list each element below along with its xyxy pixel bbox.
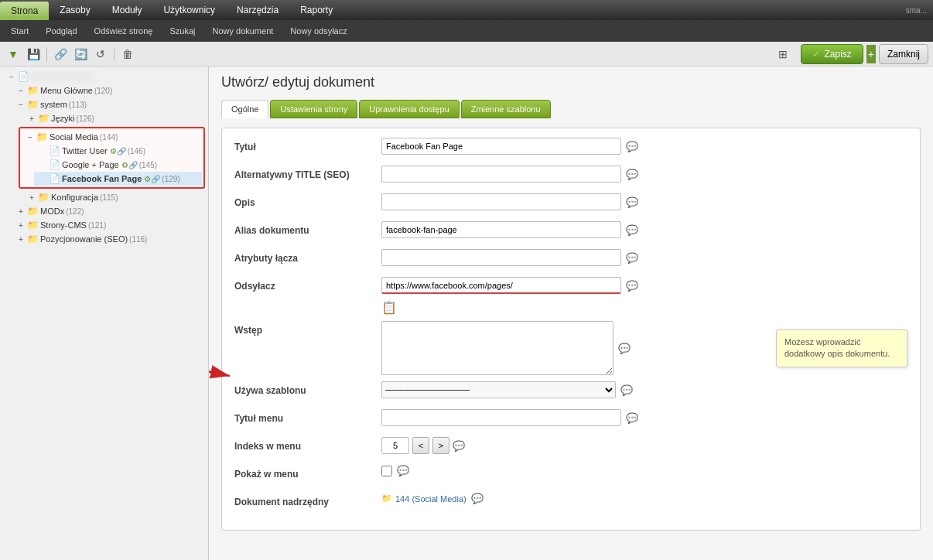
- tab-ustawienia[interactable]: Ustawienia strony: [270, 100, 357, 118]
- toolbar-icon-2[interactable]: 💾: [25, 46, 42, 63]
- control-nadrzedny: 📁 144 (Social Media) 💬: [381, 493, 907, 504]
- comment-pokaz[interactable]: 💬: [397, 465, 409, 476]
- twitter-label: Twitter User: [62, 146, 108, 155]
- close-button[interactable]: Zamknij: [879, 44, 928, 64]
- input-seo[interactable]: [381, 166, 621, 183]
- comment-indeks[interactable]: 💬: [453, 440, 465, 452]
- tree-item-facebook[interactable]: 📄 Facebook Fan Page ⚙🔗 (129): [34, 172, 202, 186]
- tree-item-pozycjonowanie[interactable]: + 📁 Pozycjonowanie (SEO) (116): [12, 232, 208, 246]
- nav-item-raporty[interactable]: Raporty: [289, 0, 343, 20]
- tab-uprawnienia[interactable]: Uprawnienia dostępu: [359, 100, 459, 118]
- indeks-down-btn[interactable]: <: [412, 437, 429, 454]
- label-odsylacz: Odsyłacz: [234, 277, 381, 292]
- comment-opis[interactable]: 💬: [626, 196, 638, 208]
- nav-szukaj[interactable]: Szukaj: [162, 25, 203, 37]
- toggle-modx[interactable]: +: [15, 206, 26, 217]
- save-label: Zapisz: [824, 49, 851, 60]
- toolbar-icon-expand[interactable]: ⊞: [774, 46, 791, 63]
- toolbar-icon-1[interactable]: ▼: [5, 46, 22, 63]
- indeks-up-btn[interactable]: >: [432, 437, 449, 454]
- toggle-menu-glowne[interactable]: −: [15, 85, 26, 96]
- tree-item-modx[interactable]: + 📁 MODx (122): [12, 204, 208, 218]
- comment-nadrzedny[interactable]: 💬: [471, 493, 484, 504]
- comment-seo[interactable]: 💬: [626, 169, 638, 180]
- nav-odswiez[interactable]: Odśwież stronę: [87, 25, 161, 37]
- toolbar-icon-3[interactable]: 🔗: [52, 46, 69, 63]
- nav-podglad[interactable]: Podgląd: [38, 25, 84, 37]
- nav-nowy-dok[interactable]: Nowy dokument: [204, 25, 281, 37]
- input-odsylacz[interactable]: [381, 277, 621, 294]
- nav-nowy-ods[interactable]: Nowy odsyłacz: [282, 25, 354, 37]
- toggle-jezyki[interactable]: +: [26, 113, 37, 124]
- save-button[interactable]: ✓ Zapisz: [801, 44, 863, 64]
- tree-item-strony-cms[interactable]: + 📁 Strony-CMS (121): [12, 218, 208, 232]
- input-tytul[interactable]: [381, 138, 621, 155]
- control-pokaz: 💬: [381, 465, 907, 476]
- form-row-nadrzedny: Dokument nadrzędny 📁 144 (Social Media) …: [234, 493, 907, 514]
- folder-icon-menu: 📁: [26, 85, 39, 96]
- nav-item-zasoby[interactable]: Zasoby: [49, 0, 101, 20]
- facebook-label: Facebook Fan Page: [62, 174, 142, 183]
- toolbar-icon-5[interactable]: ↺: [92, 46, 109, 63]
- tab-ogolne[interactable]: Ogólne: [221, 100, 268, 118]
- comment-tytul-menu[interactable]: 💬: [626, 412, 638, 424]
- label-wstep: Wstęp: [234, 321, 381, 336]
- twitter-count: (146): [128, 147, 145, 155]
- redirect-icon[interactable]: 📋: [381, 301, 397, 314]
- tree-item-konfiguracja[interactable]: + 📁 Konfiguracja (115): [23, 190, 208, 204]
- tree-item-menu-glowne[interactable]: − 📁 Menu Główne (120): [12, 84, 208, 97]
- root-label: [31, 72, 93, 81]
- folder-icon-strony: 📁: [26, 220, 39, 230]
- parent-doc-link[interactable]: 📁 144 (Social Media): [381, 493, 466, 504]
- select-szablon[interactable]: ──────────────: [381, 381, 616, 398]
- main-layout: − 📄 − 📁 Menu Główne (120) − 📁 system (11…: [0, 67, 933, 560]
- save-button-area: ✓ Zapisz + Zamknij: [801, 44, 928, 64]
- checkbox-pokaz[interactable]: [381, 466, 392, 476]
- toolbar-icon-4[interactable]: 🔄: [72, 46, 89, 63]
- comment-wstep[interactable]: 💬: [618, 343, 631, 354]
- toggle-system[interactable]: −: [15, 99, 26, 110]
- toggle-social-media[interactable]: −: [25, 131, 36, 142]
- toggle-pozycjonowanie[interactable]: +: [15, 234, 26, 244]
- input-tytul-menu[interactable]: [381, 409, 621, 426]
- comment-odsylacz[interactable]: 💬: [626, 280, 638, 292]
- input-alias[interactable]: [381, 221, 621, 238]
- toggle-konfiguracja[interactable]: +: [26, 192, 37, 203]
- nav-item-uzytkownicy[interactable]: Użytkownicy: [152, 0, 226, 20]
- toggle-root[interactable]: −: [6, 71, 17, 82]
- input-indeks[interactable]: [381, 437, 409, 454]
- tab-zmienne[interactable]: Zmienne szablonu: [461, 100, 551, 118]
- page-title: Utwórz/ edytuj dokument: [221, 74, 921, 90]
- folder-icon-social: 📁: [36, 131, 48, 142]
- input-atrybuty[interactable]: [381, 249, 621, 266]
- page-icon-google: 📄: [48, 159, 60, 170]
- tree-item-twitter[interactable]: 📄 Twitter User ⚙🔗 (146): [34, 144, 202, 158]
- input-opis[interactable]: [381, 193, 621, 210]
- control-seo: 💬: [381, 166, 907, 183]
- tree-item-system[interactable]: − 📁 system (113): [12, 97, 208, 111]
- toolbar-icon-6[interactable]: 🗑: [119, 46, 136, 63]
- comment-szablon[interactable]: 💬: [620, 384, 633, 396]
- tree-item-google[interactable]: 📄 Google + Page ⚙🔗 (145): [34, 158, 202, 172]
- jezyki-count: (126): [77, 114, 94, 123]
- comment-tytul[interactable]: 💬: [626, 141, 638, 152]
- folder-icon-pozycjonowanie: 📁: [26, 234, 39, 244]
- toggle-strony[interactable]: +: [15, 220, 26, 230]
- menu-glowne-count: (120): [94, 87, 112, 95]
- tree-item-jezyki[interactable]: + 📁 Języki (126): [23, 111, 208, 125]
- nav-item-narzedzia[interactable]: Narzędzia: [226, 0, 289, 20]
- nav-item-moduly[interactable]: Moduły: [101, 0, 153, 20]
- comment-alias[interactable]: 💬: [626, 224, 638, 236]
- tree-item-social-media[interactable]: − 📁 Social Media (144): [22, 130, 202, 144]
- control-odsylacz: 💬 📋: [381, 277, 907, 315]
- content-area: Utwórz/ edytuj dokument Ogólne Ustawieni…: [209, 67, 933, 560]
- comment-atrybuty[interactable]: 💬: [626, 252, 638, 264]
- nav-start[interactable]: Start: [3, 25, 36, 37]
- user-info: sma...: [906, 0, 933, 20]
- nav-item-strona[interactable]: Strona: [0, 2, 49, 20]
- textarea-wstep[interactable]: [381, 321, 613, 375]
- toolbar-sep-1: [46, 47, 47, 61]
- tree-item-root[interactable]: − 📄: [3, 70, 208, 84]
- control-tytul: 💬: [381, 138, 907, 155]
- toggle-facebook: [37, 173, 48, 184]
